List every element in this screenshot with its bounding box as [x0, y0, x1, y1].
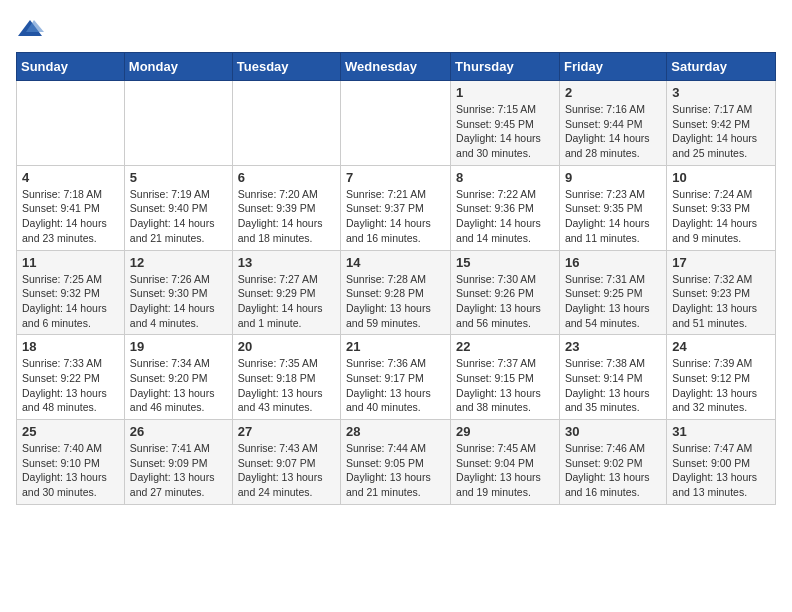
day-number: 21 [346, 339, 445, 354]
calendar-cell: 19Sunrise: 7:34 AM Sunset: 9:20 PM Dayli… [124, 335, 232, 420]
day-info: Sunrise: 7:18 AM Sunset: 9:41 PM Dayligh… [22, 187, 119, 246]
day-info: Sunrise: 7:20 AM Sunset: 9:39 PM Dayligh… [238, 187, 335, 246]
col-header-monday: Monday [124, 53, 232, 81]
day-number: 8 [456, 170, 554, 185]
day-info: Sunrise: 7:41 AM Sunset: 9:09 PM Dayligh… [130, 441, 227, 500]
day-info: Sunrise: 7:30 AM Sunset: 9:26 PM Dayligh… [456, 272, 554, 331]
col-header-saturday: Saturday [667, 53, 776, 81]
calendar-cell: 18Sunrise: 7:33 AM Sunset: 9:22 PM Dayli… [17, 335, 125, 420]
day-number: 27 [238, 424, 335, 439]
calendar-cell: 17Sunrise: 7:32 AM Sunset: 9:23 PM Dayli… [667, 250, 776, 335]
day-info: Sunrise: 7:40 AM Sunset: 9:10 PM Dayligh… [22, 441, 119, 500]
calendar-cell: 24Sunrise: 7:39 AM Sunset: 9:12 PM Dayli… [667, 335, 776, 420]
calendar-cell: 12Sunrise: 7:26 AM Sunset: 9:30 PM Dayli… [124, 250, 232, 335]
calendar-cell: 15Sunrise: 7:30 AM Sunset: 9:26 PM Dayli… [451, 250, 560, 335]
calendar-cell [17, 81, 125, 166]
col-header-friday: Friday [559, 53, 666, 81]
calendar-cell: 11Sunrise: 7:25 AM Sunset: 9:32 PM Dayli… [17, 250, 125, 335]
calendar-cell [341, 81, 451, 166]
day-number: 12 [130, 255, 227, 270]
logo [16, 16, 48, 44]
calendar-cell: 30Sunrise: 7:46 AM Sunset: 9:02 PM Dayli… [559, 420, 666, 505]
day-info: Sunrise: 7:25 AM Sunset: 9:32 PM Dayligh… [22, 272, 119, 331]
col-header-tuesday: Tuesday [232, 53, 340, 81]
day-info: Sunrise: 7:17 AM Sunset: 9:42 PM Dayligh… [672, 102, 770, 161]
day-number: 26 [130, 424, 227, 439]
calendar-cell: 28Sunrise: 7:44 AM Sunset: 9:05 PM Dayli… [341, 420, 451, 505]
day-info: Sunrise: 7:34 AM Sunset: 9:20 PM Dayligh… [130, 356, 227, 415]
day-info: Sunrise: 7:32 AM Sunset: 9:23 PM Dayligh… [672, 272, 770, 331]
day-info: Sunrise: 7:36 AM Sunset: 9:17 PM Dayligh… [346, 356, 445, 415]
day-info: Sunrise: 7:33 AM Sunset: 9:22 PM Dayligh… [22, 356, 119, 415]
calendar-cell: 21Sunrise: 7:36 AM Sunset: 9:17 PM Dayli… [341, 335, 451, 420]
col-header-thursday: Thursday [451, 53, 560, 81]
day-number: 2 [565, 85, 661, 100]
calendar-week-row: 18Sunrise: 7:33 AM Sunset: 9:22 PM Dayli… [17, 335, 776, 420]
calendar-cell: 20Sunrise: 7:35 AM Sunset: 9:18 PM Dayli… [232, 335, 340, 420]
day-number: 1 [456, 85, 554, 100]
calendar-week-row: 11Sunrise: 7:25 AM Sunset: 9:32 PM Dayli… [17, 250, 776, 335]
day-number: 30 [565, 424, 661, 439]
day-number: 9 [565, 170, 661, 185]
day-info: Sunrise: 7:27 AM Sunset: 9:29 PM Dayligh… [238, 272, 335, 331]
calendar-cell: 1Sunrise: 7:15 AM Sunset: 9:45 PM Daylig… [451, 81, 560, 166]
calendar-table: SundayMondayTuesdayWednesdayThursdayFrid… [16, 52, 776, 505]
day-info: Sunrise: 7:15 AM Sunset: 9:45 PM Dayligh… [456, 102, 554, 161]
day-info: Sunrise: 7:21 AM Sunset: 9:37 PM Dayligh… [346, 187, 445, 246]
calendar-cell: 10Sunrise: 7:24 AM Sunset: 9:33 PM Dayli… [667, 165, 776, 250]
day-number: 23 [565, 339, 661, 354]
calendar-cell: 14Sunrise: 7:28 AM Sunset: 9:28 PM Dayli… [341, 250, 451, 335]
day-info: Sunrise: 7:44 AM Sunset: 9:05 PM Dayligh… [346, 441, 445, 500]
calendar-cell [124, 81, 232, 166]
day-number: 16 [565, 255, 661, 270]
day-info: Sunrise: 7:35 AM Sunset: 9:18 PM Dayligh… [238, 356, 335, 415]
day-number: 11 [22, 255, 119, 270]
calendar-cell: 25Sunrise: 7:40 AM Sunset: 9:10 PM Dayli… [17, 420, 125, 505]
day-number: 28 [346, 424, 445, 439]
calendar-cell: 31Sunrise: 7:47 AM Sunset: 9:00 PM Dayli… [667, 420, 776, 505]
day-number: 6 [238, 170, 335, 185]
day-number: 22 [456, 339, 554, 354]
day-number: 31 [672, 424, 770, 439]
calendar-cell: 27Sunrise: 7:43 AM Sunset: 9:07 PM Dayli… [232, 420, 340, 505]
calendar-week-row: 1Sunrise: 7:15 AM Sunset: 9:45 PM Daylig… [17, 81, 776, 166]
day-info: Sunrise: 7:43 AM Sunset: 9:07 PM Dayligh… [238, 441, 335, 500]
day-number: 4 [22, 170, 119, 185]
day-number: 29 [456, 424, 554, 439]
calendar-week-row: 25Sunrise: 7:40 AM Sunset: 9:10 PM Dayli… [17, 420, 776, 505]
calendar-header-row: SundayMondayTuesdayWednesdayThursdayFrid… [17, 53, 776, 81]
day-info: Sunrise: 7:38 AM Sunset: 9:14 PM Dayligh… [565, 356, 661, 415]
calendar-cell: 22Sunrise: 7:37 AM Sunset: 9:15 PM Dayli… [451, 335, 560, 420]
day-info: Sunrise: 7:31 AM Sunset: 9:25 PM Dayligh… [565, 272, 661, 331]
day-info: Sunrise: 7:19 AM Sunset: 9:40 PM Dayligh… [130, 187, 227, 246]
day-info: Sunrise: 7:26 AM Sunset: 9:30 PM Dayligh… [130, 272, 227, 331]
calendar-cell: 7Sunrise: 7:21 AM Sunset: 9:37 PM Daylig… [341, 165, 451, 250]
day-number: 7 [346, 170, 445, 185]
day-number: 20 [238, 339, 335, 354]
day-number: 10 [672, 170, 770, 185]
col-header-wednesday: Wednesday [341, 53, 451, 81]
calendar-cell: 2Sunrise: 7:16 AM Sunset: 9:44 PM Daylig… [559, 81, 666, 166]
calendar-cell: 6Sunrise: 7:20 AM Sunset: 9:39 PM Daylig… [232, 165, 340, 250]
calendar-cell: 4Sunrise: 7:18 AM Sunset: 9:41 PM Daylig… [17, 165, 125, 250]
calendar-cell: 13Sunrise: 7:27 AM Sunset: 9:29 PM Dayli… [232, 250, 340, 335]
day-number: 13 [238, 255, 335, 270]
day-info: Sunrise: 7:39 AM Sunset: 9:12 PM Dayligh… [672, 356, 770, 415]
calendar-cell: 23Sunrise: 7:38 AM Sunset: 9:14 PM Dayli… [559, 335, 666, 420]
day-info: Sunrise: 7:24 AM Sunset: 9:33 PM Dayligh… [672, 187, 770, 246]
day-number: 3 [672, 85, 770, 100]
day-number: 19 [130, 339, 227, 354]
day-info: Sunrise: 7:22 AM Sunset: 9:36 PM Dayligh… [456, 187, 554, 246]
day-number: 24 [672, 339, 770, 354]
day-info: Sunrise: 7:46 AM Sunset: 9:02 PM Dayligh… [565, 441, 661, 500]
day-number: 17 [672, 255, 770, 270]
calendar-cell: 3Sunrise: 7:17 AM Sunset: 9:42 PM Daylig… [667, 81, 776, 166]
day-number: 18 [22, 339, 119, 354]
calendar-cell [232, 81, 340, 166]
day-number: 25 [22, 424, 119, 439]
calendar-cell: 8Sunrise: 7:22 AM Sunset: 9:36 PM Daylig… [451, 165, 560, 250]
day-number: 5 [130, 170, 227, 185]
page-header [16, 16, 776, 44]
day-number: 15 [456, 255, 554, 270]
day-info: Sunrise: 7:23 AM Sunset: 9:35 PM Dayligh… [565, 187, 661, 246]
